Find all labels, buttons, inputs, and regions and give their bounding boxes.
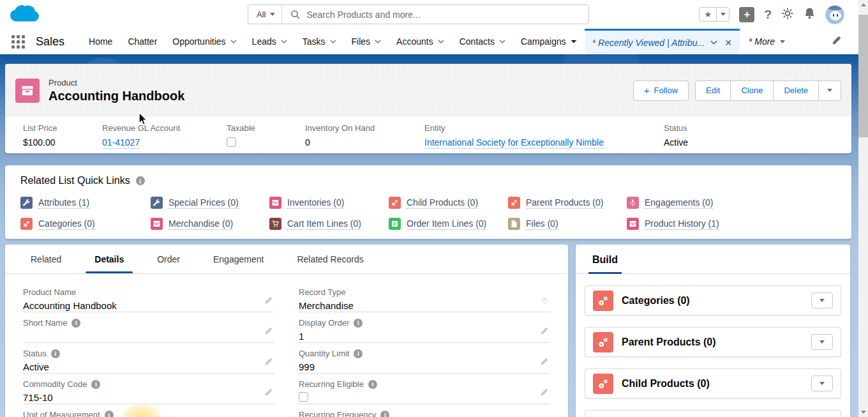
info-icon: i [105, 411, 114, 417]
bell-icon [804, 7, 816, 20]
edit-pencil-icon[interactable] [540, 326, 549, 338]
record-title: Accounting Handbook [49, 89, 184, 103]
info-icon: i [380, 411, 389, 417]
quick-link-order-item-lines[interactable]: Order Item Lines (0) [389, 218, 508, 230]
recurring-eligible-checkbox[interactable] [299, 392, 308, 402]
quick-link-parent-products[interactable]: Parent Products (0) [508, 197, 627, 209]
favorite-star-button[interactable]: ★ [700, 8, 717, 21]
app-name: Sales [36, 35, 64, 49]
notifications-button[interactable] [804, 7, 816, 22]
delete-button[interactable]: Delete [773, 80, 818, 101]
nav-item-chatter[interactable]: Chatter [120, 36, 165, 47]
quick-links-title: Related List Quick Links i [20, 175, 836, 186]
edit-pencil-icon[interactable] [264, 326, 273, 338]
entity-link[interactable]: International Society for Exceptionally … [424, 137, 604, 149]
gears-icon [593, 291, 613, 311]
expand-section-button[interactable] [811, 375, 833, 391]
build-section-parent-products[interactable]: Parent Products (0) [585, 327, 841, 357]
revenue-gl-account-link[interactable]: 01-41027 [102, 137, 140, 149]
nav-item-contacts[interactable]: Contacts [452, 36, 513, 47]
quick-link-cart-item-lines[interactable]: Cart Item Lines (0) [269, 218, 389, 230]
salesforce-logo [8, 3, 43, 29]
more-actions-button[interactable] [818, 80, 841, 101]
nav-item-home[interactable]: Home [81, 36, 120, 47]
quick-link-inventories[interactable]: Inventories (0) [269, 197, 389, 209]
gear-icon [781, 7, 794, 20]
active-tab-label: * Recently Viewed | Attribu... [592, 38, 705, 48]
build-section-categories[interactable]: Categories (0) [585, 285, 841, 315]
quick-link-special-prices[interactable]: Special Prices (0) [151, 197, 269, 209]
record-page-background: Product Accounting Handbook + Follow Edi… [0, 54, 858, 417]
quick-link-attributes[interactable]: Attributes (1) [20, 197, 151, 209]
info-icon: i [91, 380, 100, 389]
field-status: Status Active [664, 123, 694, 149]
quick-link-engagements[interactable]: Engagements (0) [627, 197, 836, 209]
lock-icon [540, 296, 549, 307]
tab-engagement[interactable]: Engagement [197, 245, 280, 273]
search-icon [290, 10, 300, 19]
user-avatar[interactable] [825, 5, 844, 24]
product-box-icon [151, 218, 163, 230]
page-scrollbar[interactable] [858, 0, 868, 417]
expand-section-button[interactable] [811, 292, 833, 308]
scrollbar-thumb[interactable] [858, 15, 868, 137]
nav-item-accounts[interactable]: Accounts [389, 36, 452, 47]
edit-pencil-icon[interactable] [264, 296, 273, 307]
nav-item-leads[interactable]: Leads [244, 36, 295, 47]
nav-more-menu[interactable]: * More [740, 36, 794, 47]
setup-gear-button[interactable] [781, 7, 794, 22]
build-section-child-products[interactable]: Child Products (0) [585, 368, 841, 398]
gears-icon [508, 197, 520, 209]
global-actions-button[interactable]: + [739, 7, 754, 22]
scroll-down-arrow[interactable] [858, 407, 868, 417]
chevron-down-icon [721, 13, 726, 16]
record-detail-card: Related Details Order Engagement Related… [5, 245, 568, 417]
follow-button[interactable]: + Follow [633, 80, 689, 101]
product-box-icon [269, 197, 281, 209]
nav-item-tasks[interactable]: Tasks [295, 36, 344, 47]
quick-link-merchandise[interactable]: Merchandise (0) [151, 218, 269, 230]
app-navigation-bar: Sales Home Chatter Opportunities Leads T… [0, 29, 858, 54]
form-field-record-type: Record Type Merchandise [299, 282, 550, 312]
quick-link-files[interactable]: Files (0) [508, 218, 627, 230]
edit-pencil-icon[interactable] [540, 357, 549, 368]
field-entity: Entity International Society for Excepti… [424, 123, 664, 149]
expand-section-button[interactable] [811, 334, 833, 350]
favorites-menu-button[interactable] [717, 8, 729, 21]
chevron-down-icon [375, 40, 381, 43]
nav-item-files[interactable]: Files [344, 36, 389, 47]
field-taxable: Taxable [227, 123, 305, 149]
plus-icon: + [644, 85, 650, 96]
global-header: All Search Products and more... ★ + ? [0, 0, 858, 29]
quick-link-child-products[interactable]: Child Products (0) [389, 197, 508, 209]
chevron-down-icon [281, 40, 287, 43]
clone-button[interactable]: Clone [730, 80, 773, 101]
help-button[interactable]: ? [764, 8, 772, 22]
edit-pencil-icon[interactable] [264, 388, 273, 399]
edit-pencil-icon[interactable] [264, 357, 273, 368]
build-section-partial [585, 410, 841, 416]
quick-link-product-history[interactable]: Product History (1) [627, 218, 836, 230]
tab-related[interactable]: Related [14, 245, 78, 273]
chevron-down-icon[interactable] [710, 40, 717, 45]
nav-item-campaigns[interactable]: Campaigns [513, 36, 585, 47]
tab-details[interactable]: Details [78, 245, 140, 273]
tab-build[interactable]: Build [588, 245, 622, 274]
tab-related-records[interactable]: Related Records [280, 245, 380, 273]
nav-tab-recently-viewed-active[interactable]: * Recently Viewed | Attribu... ✕ [585, 29, 740, 54]
edit-pencil-icon[interactable] [540, 388, 549, 399]
edit-navigation-pencil-button[interactable] [832, 35, 842, 48]
global-search[interactable]: All Search Products and more... [248, 4, 589, 24]
nav-item-opportunities[interactable]: Opportunities [165, 36, 244, 47]
quick-link-categories[interactable]: Categories (0) [20, 218, 151, 230]
scroll-up-arrow[interactable] [858, 0, 868, 10]
close-tab-icon[interactable]: ✕ [723, 38, 732, 48]
chevron-down-icon [270, 13, 275, 16]
search-scope-selector[interactable]: All [248, 5, 282, 24]
tab-order[interactable]: Order [140, 245, 197, 273]
app-launcher-icon[interactable] [11, 35, 25, 49]
info-icon: i [368, 380, 377, 389]
taxable-checkbox[interactable] [227, 137, 236, 147]
order-lines-icon [389, 218, 401, 230]
edit-button[interactable]: Edit [695, 80, 730, 101]
